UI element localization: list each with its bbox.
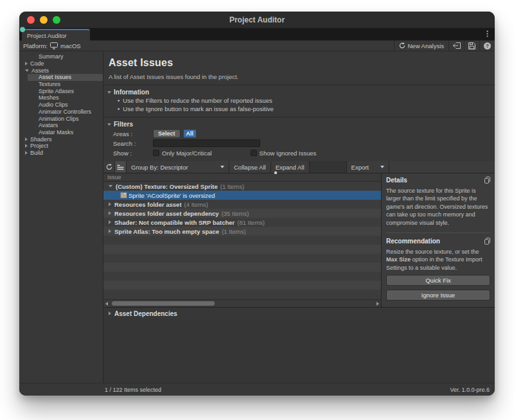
recommendation-header: Recommendation: [386, 238, 440, 245]
save-report-button[interactable]: [464, 40, 479, 51]
ignore-issue-button[interactable]: Ignore Issue: [386, 290, 490, 301]
sidebar-item-asset-issues[interactable]: Asset Issues: [19, 74, 103, 81]
empty-area: [103, 319, 495, 383]
scrollbar-thumb[interactable]: [112, 301, 215, 306]
foldout-collapsed-icon[interactable]: [109, 202, 111, 206]
issue-column-header[interactable]: Issue: [103, 173, 381, 182]
show-ignored-issues-label: Show Ignored Issues: [260, 150, 317, 157]
sidebar-item-sprite-atlases[interactable]: Sprite Atlases: [19, 87, 103, 94]
chevron-down-icon: [380, 166, 384, 168]
empty-row: [103, 290, 381, 299]
foldout-collapsed-icon: [109, 311, 111, 315]
group-by-dropdown[interactable]: Group By: Descriptor: [127, 161, 229, 173]
load-report-button[interactable]: [448, 40, 464, 51]
collapse-all-label: Collapse All: [234, 164, 266, 171]
issue-group-row[interactable]: Sprite Atlas: Too much empty space(1 Ite…: [103, 227, 381, 236]
empty-row: [103, 272, 381, 281]
page-subtitle: A list of Asset Issues issues found in t…: [109, 73, 490, 80]
platform-value: macOS: [60, 42, 81, 49]
asset-dependencies-foldout[interactable]: Asset Dependencies: [103, 307, 495, 319]
scroll-left-icon[interactable]: [105, 302, 108, 306]
copy-icon[interactable]: [484, 177, 490, 184]
sidebar-item-meshes[interactable]: Meshes: [19, 94, 103, 101]
issue-row[interactable]: Sprite 'ACoolSprite' is oversized: [103, 191, 381, 200]
issue-group-count: (4 Items): [184, 201, 208, 208]
areas-all-value[interactable]: All: [184, 130, 197, 137]
sidebar-item-avatar-masks[interactable]: Avatar Masks: [19, 129, 103, 136]
sidebar-item-label: Textures: [39, 81, 60, 87]
sidebar-item-shaders[interactable]: Shaders: [19, 136, 103, 143]
export-dropdown[interactable]: Export: [347, 161, 389, 173]
sidebar-item-animation-clips[interactable]: Animation Clips: [19, 115, 103, 122]
only-major-critical-checkbox[interactable]: [153, 150, 159, 156]
information-section: Information Use the Filters to reduce th…: [103, 85, 495, 118]
refresh-button[interactable]: [103, 161, 115, 173]
empty-row: [103, 236, 381, 245]
issue-group-row[interactable]: Resources folder asset(4 Items): [103, 200, 381, 209]
issue-group-row[interactable]: Shader: Not compatible with SRP batcher(…: [103, 218, 381, 227]
foldout-collapsed-icon[interactable]: [109, 229, 111, 233]
window-menu-button[interactable]: ⋮: [484, 30, 491, 38]
details-body: The source texture for this Sprite is la…: [386, 187, 490, 227]
issue-column-label: Issue: [107, 174, 121, 180]
foldout-collapsed-icon[interactable]: [25, 144, 28, 148]
filters-foldout[interactable]: Filters: [107, 120, 490, 128]
issue-group-row[interactable]: (Custom) Texture: Oversized Sprite(1 Ite…: [103, 182, 381, 191]
sidebar-item-avatars[interactable]: Avatars: [19, 122, 103, 129]
foldout-expanded-icon[interactable]: [25, 69, 29, 72]
empty-row: [103, 254, 381, 263]
load-icon: [453, 42, 461, 49]
quick-fix-button[interactable]: Quick Fix: [386, 275, 490, 286]
recommendation-body: Resize the source texture, or set the Ma…: [386, 248, 490, 272]
foldout-collapsed-icon[interactable]: [109, 220, 111, 224]
sidebar-item-label: Shaders: [30, 136, 52, 143]
sidebar-item-label: Summary: [39, 53, 64, 60]
maximize-window-button[interactable]: [53, 16, 60, 24]
minimize-window-button[interactable]: [40, 16, 48, 24]
close-window-button[interactable]: [27, 16, 35, 24]
sidebar-item-project[interactable]: Project: [19, 143, 103, 150]
titlebar[interactable]: Project Auditor: [19, 12, 495, 28]
sidebar-item-textures[interactable]: Textures: [19, 81, 103, 88]
selection-status: 1 / 122 Items selected: [19, 387, 450, 393]
tab-project-auditor[interactable]: Project Auditor: [22, 29, 90, 40]
foldout-expanded-icon: [107, 123, 111, 126]
information-bullet: Use the Filters to reduce the number of …: [107, 96, 490, 105]
new-analysis-button[interactable]: New Analysis: [394, 40, 449, 51]
show-ignored-issues-checkbox[interactable]: [251, 150, 257, 156]
search-label: Search :: [113, 140, 153, 147]
horizontal-scrollbar[interactable]: [103, 299, 381, 307]
status-dot-icon: [20, 27, 25, 32]
foldout-collapsed-icon[interactable]: [25, 151, 28, 155]
foldout-collapsed-icon[interactable]: [25, 137, 28, 141]
foldout-collapsed-icon[interactable]: [25, 62, 28, 66]
search-input[interactable]: [153, 139, 260, 147]
sidebar-item-animator-controllers[interactable]: Animator Controllers: [19, 109, 103, 116]
issue-label: Sprite 'ACoolSprite' is oversized: [128, 192, 215, 199]
foldout-collapsed-icon[interactable]: [109, 211, 111, 215]
issue-group-row[interactable]: Resources folder asset dependency(35 Ite…: [103, 209, 381, 218]
toolbar-spacer: [310, 161, 347, 173]
sidebar-item-assets[interactable]: Assets: [19, 67, 103, 74]
sidebar-item-summary[interactable]: Summary: [19, 53, 103, 60]
sidebar-item-build[interactable]: Build: [19, 150, 103, 157]
window-title: Project Auditor: [229, 15, 285, 24]
information-foldout[interactable]: Information: [107, 88, 490, 96]
sidebar-item-code[interactable]: Code: [19, 60, 103, 67]
empty-row: [103, 263, 381, 272]
help-button[interactable]: ?: [479, 40, 495, 51]
sprite-icon: [120, 192, 127, 198]
collapse-all-button[interactable]: Collapse All: [229, 161, 271, 173]
foldout-expanded-icon[interactable]: [109, 185, 112, 188]
areas-select-button[interactable]: Select: [153, 129, 181, 138]
view-mode-toggle-button[interactable]: [115, 161, 127, 173]
issue-group-count: (1 Items): [220, 183, 244, 190]
scroll-right-icon[interactable]: [377, 302, 379, 306]
chevron-down-icon: [220, 166, 224, 168]
sidebar-item-label: Asset Issues: [39, 74, 71, 80]
page-title: Asset Issues: [109, 57, 490, 69]
copy-icon[interactable]: [484, 238, 490, 245]
filters-section: Filters Areas : Select All Search : Show…: [103, 118, 495, 161]
version-label: Ver. 1.0.0-pre.6: [450, 387, 495, 393]
sidebar-item-audio-clips[interactable]: Audio Clips: [19, 101, 103, 109]
